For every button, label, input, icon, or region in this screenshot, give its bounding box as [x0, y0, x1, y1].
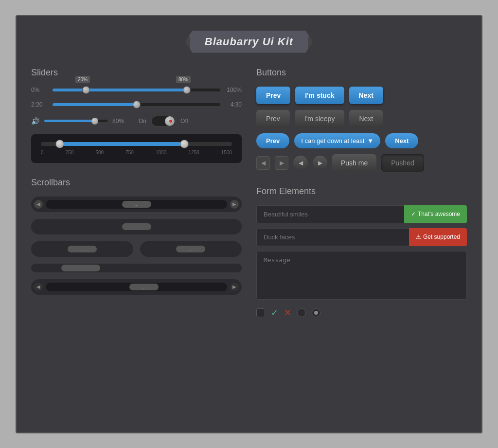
btn-row-2: Prev I'm sleepy Next	[256, 110, 467, 127]
form-input-2[interactable]	[256, 228, 409, 246]
vol-track[interactable]	[44, 120, 107, 122]
sb-ellipsis-1: ...	[135, 202, 139, 207]
sb-ellipsis-2: ...	[135, 224, 139, 229]
slider1-track[interactable]: 20% 80%	[53, 89, 220, 91]
btn-row-3: Prev I can get down at least ▼ Next	[256, 133, 467, 148]
slider1-thumb-right[interactable]: 80%	[183, 86, 191, 94]
alert-icon: ⚠	[416, 233, 421, 240]
sb-thumb-3l[interactable]: ...	[68, 246, 97, 252]
sliders-title: Sliders	[31, 68, 242, 78]
sb-track-5[interactable]: ...	[46, 283, 227, 291]
sleepy-button[interactable]: I'm sleepy	[295, 110, 345, 127]
multi-label-1000: 1000	[156, 150, 166, 155]
sb-thumb-4[interactable]	[61, 265, 100, 271]
multi-label-250: 250	[66, 150, 74, 155]
scrollbar-row-3: ... ...	[31, 241, 242, 257]
volume-icon: 🔊	[31, 117, 39, 125]
radio-dot	[314, 311, 318, 315]
push-me-button[interactable]: Push me	[332, 154, 376, 172]
multi-label-750: 750	[125, 150, 134, 155]
vol-label: 80%	[112, 118, 124, 125]
next-button-2[interactable]: Next	[349, 110, 383, 127]
sb-arrow-right-5[interactable]: ▶	[230, 283, 239, 291]
sb-thumb-1[interactable]: ...	[122, 201, 151, 208]
toggle-switch[interactable]	[151, 116, 176, 126]
checkbox-1[interactable]	[256, 308, 265, 317]
vol-fill	[44, 120, 95, 122]
sb-ellipsis-3l: ...	[80, 247, 84, 251]
checkmark-icon[interactable]: ✓	[271, 307, 278, 318]
multi-slider: 0 250 500 750 1000 1250 1500	[31, 134, 242, 163]
crossmark-icon[interactable]: ✕	[284, 307, 291, 318]
right-column: Buttons Prev I'm stuck Next Prev I'm sle…	[256, 68, 467, 318]
dropdown-button[interactable]: I can get down at least ▼	[294, 133, 380, 148]
slider-row-2: 2:20 4:30	[31, 101, 242, 108]
banner-title: Blaubarry Ui Kit	[185, 31, 313, 53]
scrollbar-row-5: ◀ ... ▶	[31, 279, 242, 295]
slider-row-1: 0% 20% 80% 100%	[31, 87, 242, 93]
slider1-badge-left: 20%	[75, 76, 90, 83]
multi-track[interactable]	[41, 142, 232, 146]
form-btn-red-label: Get supported	[423, 233, 460, 240]
form-title: Form Elements	[256, 186, 467, 197]
radio-1[interactable]	[297, 308, 306, 317]
next-button-1[interactable]: Next	[349, 87, 383, 104]
sb-thumb-5[interactable]: ...	[129, 284, 159, 290]
slider1-thumb-left[interactable]: 20%	[82, 86, 90, 94]
slider2-min: 2:20	[31, 101, 49, 108]
multi-label-1500: 1500	[221, 150, 232, 155]
radio-2[interactable]	[312, 308, 320, 317]
scrollbar-v-left[interactable]: ...	[31, 241, 133, 257]
buttons-title: Buttons	[256, 68, 467, 78]
check-icon: ✓	[411, 211, 416, 217]
form-btn-red[interactable]: ⚠ Get supported	[409, 228, 467, 246]
sb-arrow-right-1[interactable]: ▶	[230, 200, 239, 209]
vol-thumb[interactable]	[91, 118, 98, 125]
nav-arrow-right-circle[interactable]: ▶	[313, 156, 327, 170]
multi-thumb-left[interactable]	[55, 140, 64, 148]
slider2-track[interactable]	[53, 103, 220, 106]
left-column: Sliders 0% 20% 80% 100%	[31, 68, 242, 318]
dropdown-arrow-icon: ▼	[367, 137, 374, 144]
pushed-button[interactable]: Pushed	[381, 154, 424, 172]
sb-ellipsis-3r: ...	[189, 247, 193, 251]
scrollbar-row-4	[31, 264, 242, 272]
toggle-dot	[169, 120, 172, 123]
sb-thumb-3r[interactable]: ...	[176, 246, 205, 252]
prev-button-2[interactable]: Prev	[256, 110, 290, 127]
scrollbar-h2[interactable]: ...	[31, 219, 242, 234]
scrollbar-v-right[interactable]: ...	[140, 241, 242, 257]
multi-labels: 0 250 500 750 1000 1250 1500	[41, 150, 232, 155]
scrollbars-title: Scrollbars	[31, 178, 242, 188]
scrollbars-section: Scrollbars ◀ ... ▶	[31, 178, 242, 295]
sb-arrow-left-5[interactable]: ◀	[34, 283, 43, 291]
multi-label-0: 0	[41, 150, 44, 155]
sb-track-1[interactable]: ...	[46, 200, 227, 209]
form-controls: ✓ ✕	[256, 307, 467, 318]
form-btn-green[interactable]: ✓ That's awesome	[404, 205, 467, 223]
scrollbar-h3[interactable]	[31, 264, 242, 272]
form-textarea[interactable]	[256, 251, 467, 300]
prev-button-1[interactable]: Prev	[256, 87, 290, 104]
nav-arrow-left-circle[interactable]: ◀	[293, 156, 308, 170]
next-button-3[interactable]: Next	[385, 133, 418, 148]
sb-ellipsis-5: ...	[142, 285, 146, 289]
slider2-fill	[53, 103, 137, 106]
nav-arrow-left-1[interactable]: ◀	[256, 156, 270, 170]
sb-arrow-left-1[interactable]: ◀	[34, 200, 43, 209]
multi-label-1250: 1250	[188, 150, 199, 155]
form-input-1[interactable]	[256, 205, 404, 223]
prev-button-3[interactable]: Prev	[256, 133, 289, 148]
toggle-on-label: On	[139, 118, 146, 125]
nav-arrow-right-1[interactable]: ▶	[275, 156, 288, 170]
slider1-min: 0%	[31, 87, 49, 93]
main-container: Blaubarry Ui Kit Sliders 0% 20% 80%	[16, 15, 482, 433]
sb-thumb-2[interactable]: ...	[122, 223, 151, 230]
multi-fill	[60, 142, 184, 146]
stuck-button[interactable]: I'm stuck	[295, 87, 344, 104]
multi-thumb-right[interactable]	[180, 140, 189, 148]
toggle-off-label: Off	[180, 118, 188, 125]
banner-wrap: Blaubarry Ui Kit	[31, 31, 467, 53]
buttons-section: Buttons Prev I'm stuck Next Prev I'm sle…	[256, 68, 467, 172]
slider2-thumb[interactable]	[133, 101, 141, 108]
